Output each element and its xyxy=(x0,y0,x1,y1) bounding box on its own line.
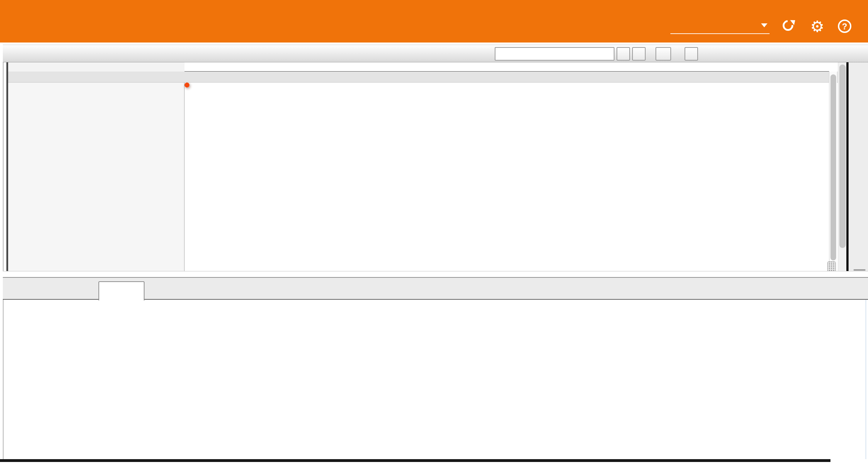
tool-sidebar-tabs xyxy=(849,62,868,271)
page-scrollbar[interactable] xyxy=(838,62,846,271)
time-ruler xyxy=(185,62,829,72)
trace-view-header xyxy=(3,45,868,62)
tab-slice[interactable] xyxy=(98,281,144,300)
dropdown-arrow-icon xyxy=(761,23,767,27)
environment-dropdown[interactable] xyxy=(670,18,770,34)
panel-splitter[interactable] xyxy=(3,271,868,277)
frame-bottom-border xyxy=(0,459,830,462)
selection-highlight-box xyxy=(185,83,189,88)
more-options-button[interactable] xyxy=(656,47,671,61)
detail-panel-header xyxy=(3,277,868,300)
track-label-column xyxy=(7,83,185,271)
ruler-left-gutter xyxy=(7,62,185,72)
timeline-scrollbar[interactable] xyxy=(829,72,837,271)
help-icon[interactable]: ? xyxy=(838,19,851,33)
track-area xyxy=(7,83,846,271)
find-previous-button[interactable] xyxy=(617,47,630,61)
trace-toolbar xyxy=(492,47,698,61)
page-scrollbar-thumb[interactable] xyxy=(839,64,846,248)
app-header-bar: ⚙ ? xyxy=(0,0,868,43)
slice-detail-table xyxy=(4,300,868,459)
settings-gear-icon[interactable]: ⚙ xyxy=(810,19,824,34)
trace-left-border xyxy=(6,62,8,271)
refresh-icon[interactable] xyxy=(782,19,796,34)
timeline-scrollbar-thumb[interactable] xyxy=(830,74,836,260)
search-input[interactable] xyxy=(495,47,614,61)
right-edge-accent xyxy=(866,300,866,459)
shortcuts-help-button[interactable] xyxy=(685,47,698,61)
timeline-canvas xyxy=(185,83,836,271)
process-header[interactable] xyxy=(7,72,846,83)
find-next-button[interactable] xyxy=(632,47,646,61)
close-process-button[interactable] xyxy=(818,72,824,74)
